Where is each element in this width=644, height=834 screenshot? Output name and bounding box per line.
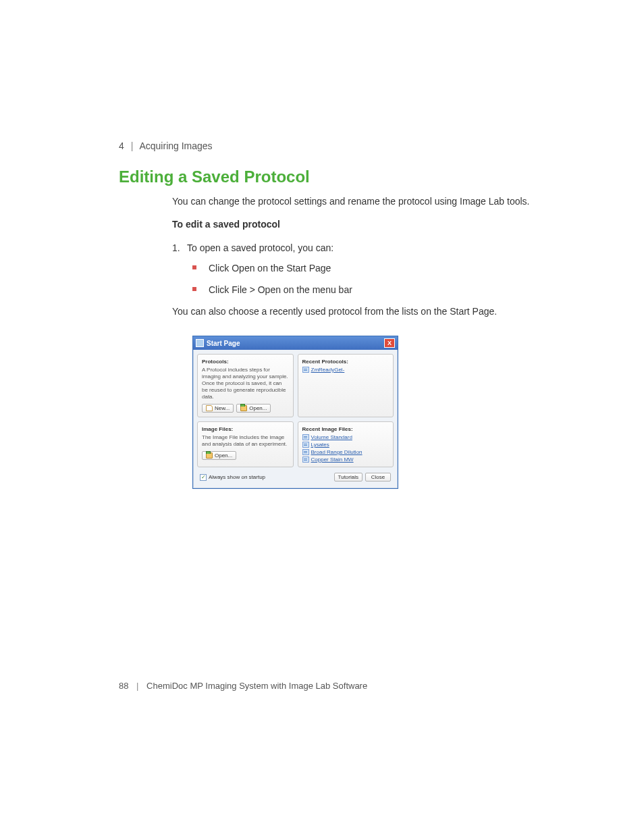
open-folder-icon — [206, 452, 213, 459]
body-text: You can change the protocol settings and… — [172, 194, 530, 328]
image-files-panel: Image Files: The Image File includes the… — [197, 421, 294, 467]
book-title: ChemiDoc MP Imaging System with Image La… — [146, 681, 367, 691]
section-heading: Editing a Saved Protocol — [119, 167, 310, 186]
procedure-subhead: To edit a saved protocol — [172, 217, 530, 231]
button-label: Open... — [249, 405, 267, 411]
dialog-title: Start Page — [207, 340, 240, 347]
image-file-icon — [302, 449, 309, 455]
button-label: Tutorials — [338, 474, 358, 480]
bullet-item: Click Open on the Start Page — [192, 261, 530, 275]
app-icon — [196, 339, 204, 347]
chapter-title: Acquiring Images — [139, 140, 212, 151]
protocols-panel: Protocols: A Protocol includes steps for… — [197, 354, 294, 417]
image-file-icon — [302, 442, 309, 448]
bullet-item: Click File > Open on the menu bar — [192, 283, 530, 296]
always-show-checkbox[interactable]: ✓ Always show on startup — [200, 474, 265, 481]
bullet-icon — [192, 287, 196, 291]
list-item[interactable]: Broad Range Dilution — [302, 449, 390, 455]
dialog-titlebar[interactable]: Start Page X — [193, 336, 398, 350]
button-label: New... — [215, 405, 230, 411]
recent-image-files-panel: Recent Image Files: Volume Standard Lysa… — [298, 421, 394, 467]
new-button[interactable]: New... — [202, 404, 234, 413]
chapter-number: 4 — [119, 140, 124, 151]
recent-image-link[interactable]: Lysates — [311, 442, 329, 448]
panel-description: The Image File includes the image and an… — [202, 434, 289, 448]
button-label: Close — [371, 474, 385, 480]
intro-paragraph: You can change the protocol settings and… — [172, 194, 530, 208]
recent-protocols-panel: Recent Protocols: ZmReadyGel- — [298, 354, 394, 417]
bullet-text: Click File > Open on the menu bar — [209, 283, 352, 296]
panel-title: Recent Protocols: — [302, 359, 390, 365]
list-item[interactable]: Lysates — [302, 442, 390, 448]
button-label: Open... — [215, 452, 232, 459]
open-button[interactable]: Open... — [202, 451, 236, 460]
image-file-icon — [302, 434, 309, 440]
list-item[interactable]: ZmReadyGel- — [302, 367, 390, 373]
list-item[interactable]: Volume Standard — [302, 434, 390, 440]
protocol-file-icon — [302, 367, 309, 373]
page-footer: 88 | ChemiDoc MP Imaging System with Ima… — [119, 681, 367, 691]
new-file-icon — [206, 405, 213, 411]
checkbox-icon: ✓ — [200, 474, 207, 481]
tutorials-button[interactable]: Tutorials — [334, 473, 363, 481]
panel-title: Protocols: — [202, 359, 289, 365]
panel-title: Recent Image Files: — [302, 426, 390, 432]
bullet-icon — [192, 265, 196, 269]
open-button[interactable]: Open... — [236, 404, 271, 413]
image-file-icon — [302, 457, 309, 463]
page-number: 88 — [119, 681, 128, 691]
separator: | — [131, 140, 134, 151]
step-1: 1. To open a saved protocol, you can: — [172, 241, 530, 255]
separator: | — [136, 681, 138, 691]
close-button[interactable]: Close — [365, 473, 391, 481]
open-folder-icon — [240, 405, 247, 411]
step-text: To open a saved protocol, you can: — [187, 241, 333, 255]
panel-description: A Protocol includes steps for imaging an… — [202, 367, 289, 400]
recent-image-link[interactable]: Broad Range Dilution — [311, 449, 363, 455]
page-header: 4 | Acquiring Images — [119, 140, 213, 151]
list-item[interactable]: Copper Stain MW — [302, 457, 390, 463]
close-icon[interactable]: X — [384, 338, 395, 348]
bullet-text: Click Open on the Start Page — [209, 261, 331, 275]
checkbox-label: Always show on startup — [209, 474, 265, 480]
recent-image-link[interactable]: Volume Standard — [311, 434, 352, 440]
start-page-dialog-figure: Start Page X Protocols: A Protocol inclu… — [192, 336, 398, 489]
after-paragraph: You can also choose a recently used prot… — [172, 305, 530, 318]
panel-title: Image Files: — [202, 426, 289, 432]
recent-protocol-link[interactable]: ZmReadyGel- — [311, 367, 345, 373]
recent-image-link[interactable]: Copper Stain MW — [311, 457, 354, 463]
step-number: 1. — [172, 241, 187, 255]
